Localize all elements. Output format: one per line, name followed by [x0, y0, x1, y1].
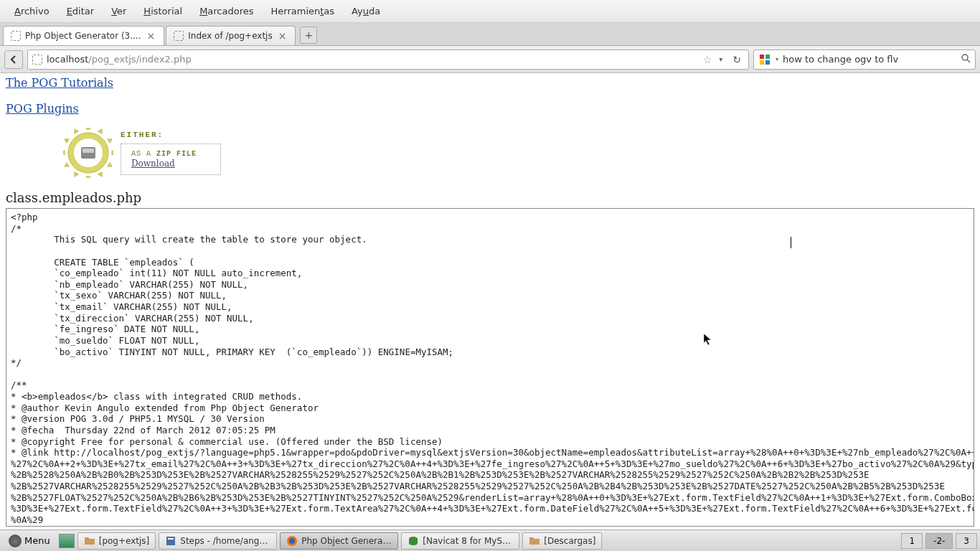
chevron-down-icon[interactable]: ▾ [776, 56, 778, 62]
svg-rect-10 [166, 537, 175, 545]
svg-rect-2 [760, 60, 764, 65]
tab-label: Php Object Generator (3.... [25, 31, 141, 41]
page-icon [174, 31, 184, 41]
class-title: class.empleados.php [6, 190, 974, 205]
reload-icon[interactable]: ↻ [730, 54, 744, 65]
download-area: EITHER: AS A ZIP FILE Download [63, 124, 974, 182]
svg-rect-11 [168, 538, 174, 540]
menu-archivo[interactable]: Archivo [6, 3, 58, 19]
folder-icon [529, 535, 540, 547]
task-item-0[interactable]: [pog+extjs] [77, 532, 156, 550]
back-button[interactable] [4, 50, 23, 69]
menu-historial[interactable]: Historial [135, 3, 191, 19]
site-icon [32, 55, 42, 65]
menu-herramientas[interactable]: Herramientas [263, 3, 344, 19]
task-label: Php Object Generato... [301, 536, 392, 546]
search-bar[interactable]: ▾ how to change ogv to flv [753, 50, 976, 70]
task-item-4[interactable]: [Descargas] [522, 532, 602, 550]
bookmark-star-icon[interactable]: ☆ [703, 54, 712, 65]
menu-label: Menu [24, 535, 50, 546]
task-item-1[interactable]: Steps - /home/angul... [159, 532, 277, 550]
code-box[interactable]: <?php /* This SQL query will create the … [6, 208, 974, 527]
navbar: localhost/pog_extjs/index2.php ☆ ▾ ↻ ▾ h… [0, 46, 980, 73]
task-label: [pog+extjs] [99, 536, 150, 546]
close-icon[interactable]: × [146, 30, 157, 42]
svg-point-13 [289, 538, 295, 544]
tab-0[interactable]: Php Object Generator (3.... × [3, 26, 164, 45]
task-item-2[interactable]: Php Object Generato... [280, 532, 398, 550]
show-desktop-button[interactable] [59, 534, 75, 548]
tab-1[interactable]: Index of /pog+extjs × [166, 26, 296, 45]
workspace-2[interactable]: -2- [925, 533, 953, 549]
gear-icon [9, 534, 22, 547]
tab-label: Index of /pog+extjs [188, 31, 272, 41]
svg-rect-1 [765, 55, 770, 59]
svg-rect-9 [83, 149, 94, 153]
url-bar[interactable]: localhost/pog_extjs/index2.php ☆ ▾ ↻ [27, 50, 749, 70]
search-engine-icon[interactable] [758, 54, 771, 65]
task-label: [Descargas] [544, 536, 595, 546]
chevron-down-icon[interactable]: ▾ [716, 55, 725, 63]
search-query: how to change ogv to flv [783, 54, 956, 65]
editor-icon [165, 535, 176, 547]
menu-marcadores[interactable]: Marcadores [191, 3, 262, 19]
svg-rect-3 [765, 60, 770, 65]
workspace-3[interactable]: 3 [956, 533, 977, 549]
url-text: localhost/pog_extjs/index2.php [47, 54, 699, 65]
download-box: AS A ZIP FILE Download [121, 143, 221, 175]
start-menu-button[interactable]: Menu [3, 533, 56, 549]
zip-file-label: AS A ZIP FILE [131, 150, 210, 158]
either-label: EITHER: [121, 131, 221, 139]
svg-rect-0 [760, 55, 764, 59]
gear-badge-icon [63, 128, 113, 178]
arrow-left-icon [9, 55, 19, 65]
menubar: Archivo Editar Ver Historial Marcadores … [0, 0, 980, 23]
folder-icon [84, 535, 95, 547]
menu-ayuda[interactable]: Ayuda [343, 3, 389, 19]
task-label: Steps - /home/angul... [180, 536, 270, 546]
page-icon [11, 31, 21, 41]
task-label: [Navicat 8 for MySQL] [423, 536, 513, 546]
new-tab-button[interactable]: + [300, 27, 317, 44]
svg-point-4 [962, 55, 968, 60]
close-icon[interactable]: × [277, 30, 288, 42]
firefox-icon [286, 535, 298, 547]
page-content: The POG Tutorials POG Plugins [0, 73, 980, 529]
workspace-1[interactable]: 1 [901, 533, 923, 549]
text-cursor [791, 237, 791, 248]
mouse-cursor [703, 333, 713, 349]
tabstrip: Php Object Generator (3.... × Index of /… [0, 23, 980, 46]
taskbar: Menu [pog+extjs] Steps - /home/angul... … [0, 529, 980, 551]
link-tutorials[interactable]: The POG Tutorials [6, 76, 974, 90]
navicat-icon [407, 535, 419, 547]
link-plugins[interactable]: POG Plugins [6, 102, 974, 116]
download-link[interactable]: Download [131, 159, 175, 169]
search-icon[interactable] [961, 53, 971, 65]
menu-editar[interactable]: Editar [58, 3, 103, 19]
menu-ver[interactable]: Ver [103, 3, 135, 19]
svg-line-5 [967, 60, 970, 62]
task-item-3[interactable]: [Navicat 8 for MySQL] [401, 532, 519, 550]
